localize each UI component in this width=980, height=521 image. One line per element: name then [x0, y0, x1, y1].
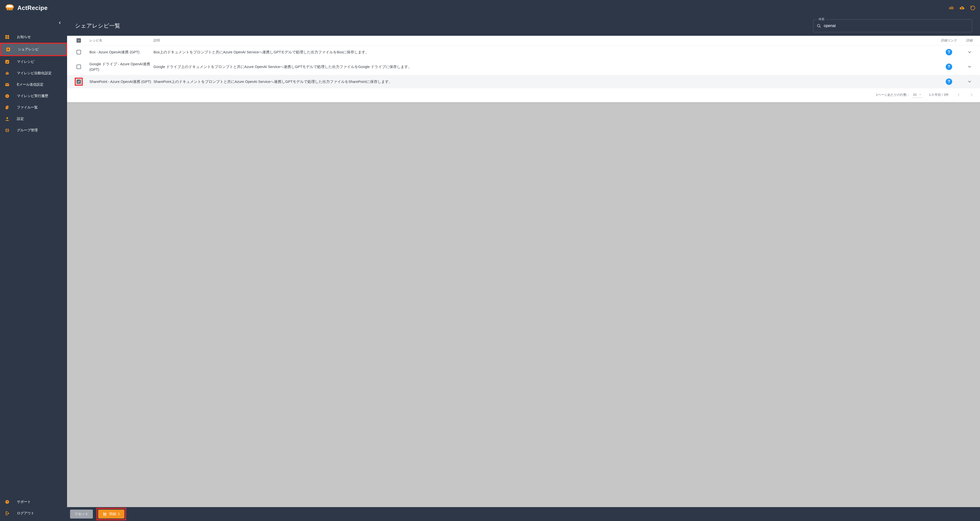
help-icon: ? — [5, 499, 10, 505]
sidebar-item-label: 設定 — [17, 117, 24, 121]
info-icon — [5, 93, 10, 99]
cell-desc: SharePoint上のドキュメントをプロンプトと共にAzure OpenAI … — [153, 79, 936, 84]
chef-hat-icon — [5, 4, 15, 12]
search-label: 検索 — [817, 17, 826, 21]
col-header-link: 詳細リンク — [938, 38, 960, 43]
app-name: ActRecipe — [18, 5, 48, 11]
svg-point-17 — [7, 95, 8, 95]
sidebar-collapse-button[interactable] — [0, 16, 67, 30]
globe-icon — [5, 127, 10, 133]
sidebar-item-label: お知らせ — [17, 35, 31, 39]
row-checkbox[interactable] — [76, 79, 81, 84]
svg-point-20 — [6, 117, 8, 119]
app-logo[interactable]: ActRecipe — [5, 4, 48, 12]
main-content: シェアレシピ一覧 検索 — [67, 16, 980, 521]
col-header-name: レシピ名 — [89, 38, 151, 43]
sidebar-item-groups[interactable]: グループ管理 — [0, 125, 67, 136]
app-header: ActRecipe ab — [0, 0, 980, 16]
rows-per-page-value: 20 — [913, 93, 916, 97]
detail-link-button[interactable]: ? — [946, 78, 952, 85]
search-field[interactable]: 検索 — [813, 19, 972, 32]
robot-icon — [5, 70, 10, 76]
page-title: シェアレシピ一覧 — [75, 22, 120, 30]
sidebar-item-label: ログアウト — [17, 511, 34, 516]
cell-name: Google ドライブ - Azure OpenAI連携 (GPT) — [89, 61, 151, 73]
search-icon — [816, 23, 821, 28]
cell-desc: Box上のドキュメントをプロンプトと共にAzure OpenAI Service… — [153, 49, 936, 55]
plus-square-icon — [5, 47, 11, 52]
sidebar-item-share[interactable]: シェアレシピ — [1, 44, 66, 55]
expand-row-button[interactable] — [962, 65, 977, 69]
dashboard-icon — [5, 34, 10, 40]
svg-rect-27 — [104, 514, 105, 516]
sidebar-item-mine[interactable]: マイレシピ — [0, 56, 67, 68]
expand-row-button[interactable] — [962, 50, 977, 54]
detail-link-button[interactable]: ? — [946, 49, 952, 56]
select-all-checkbox[interactable] — [76, 38, 81, 43]
sidebar-item-label: マイレシピ自動化設定 — [17, 71, 52, 75]
reset-button[interactable]: リセット — [70, 510, 93, 518]
expand-row-button[interactable] — [962, 79, 977, 84]
mail-icon — [5, 82, 10, 87]
svg-rect-25 — [78, 40, 80, 41]
recipe-table-card: レシピ名 説明 詳細リンク 詳細 Box - Azure OpenAI連携 (G… — [67, 36, 980, 102]
chevron-left-icon — [58, 21, 62, 25]
register-label: 登録: 1 — [109, 512, 120, 516]
refresh-icon[interactable] — [970, 5, 975, 11]
sidebar-item-label: マイレシピ実行履歴 — [17, 94, 48, 98]
svg-rect-10 — [6, 73, 9, 75]
sidebar-item-logout[interactable]: ログアウト — [0, 508, 67, 519]
sidebar-item-label: サポート — [17, 500, 31, 504]
sidebar-item-label: グループ管理 — [17, 128, 38, 133]
save-icon — [103, 512, 107, 516]
svg-point-2 — [8, 9, 9, 10]
table-row: SharePoint - Azure OpenAI連携 (GPT) ShareP… — [67, 75, 980, 88]
sidebar-item-email[interactable]: Eメール送信設定 — [0, 79, 67, 91]
sidebar: お知らせ シェアレシピ マイレシピ — [0, 16, 67, 521]
user-label[interactable]: ab — [949, 6, 954, 10]
svg-point-3 — [11, 9, 11, 10]
table-row: Google ドライブ - Azure OpenAI連携 (GPT) Googl… — [67, 59, 980, 75]
sidebar-item-news[interactable]: お知らせ — [0, 31, 67, 43]
sidebar-item-auto[interactable]: マイレシピ自動化設定 — [0, 68, 67, 79]
row-checkbox[interactable] — [76, 65, 81, 69]
svg-rect-1 — [7, 9, 13, 10]
reset-label: リセット — [75, 512, 88, 516]
next-page-button[interactable] — [969, 92, 975, 98]
svg-text:?: ? — [6, 500, 8, 504]
sidebar-item-label: シェアレシピ — [18, 47, 39, 52]
sidebar-item-settings[interactable]: 設定 — [0, 113, 67, 125]
page-header: シェアレシピ一覧 検索 — [67, 16, 980, 36]
sidebar-item-label: Eメール送信設定 — [17, 83, 43, 87]
cell-name: SharePoint - Azure OpenAI連携 (GPT) — [89, 79, 151, 84]
cell-desc: Google ドライブ上のドキュメントをプロンプトと共にAzure OpenAI… — [153, 64, 936, 70]
svg-point-12 — [7, 73, 8, 74]
table-row: Box - Azure OpenAI連携 (GPT) Box上のドキュメントをプ… — [67, 45, 980, 59]
logout-icon — [5, 511, 10, 516]
svg-rect-26 — [104, 512, 105, 513]
header-actions: ab — [949, 5, 975, 11]
svg-rect-6 — [5, 37, 7, 39]
cloud-upload-icon[interactable] — [959, 5, 965, 11]
pencil-icon — [5, 59, 10, 65]
sidebar-item-files[interactable]: ファイル一覧 — [0, 102, 67, 113]
row-checkbox[interactable] — [76, 50, 81, 54]
col-header-desc: 説明 — [153, 38, 936, 43]
search-input[interactable] — [824, 24, 969, 28]
table-header-row: レシピ名 説明 詳細リンク 詳細 — [67, 36, 980, 45]
sidebar-item-support[interactable]: ? サポート — [0, 496, 67, 508]
svg-rect-16 — [7, 95, 8, 97]
svg-rect-5 — [8, 35, 9, 37]
sidebar-item-label: マイレシピ — [17, 60, 34, 64]
person-icon — [5, 116, 10, 122]
cell-name: Box - Azure OpenAI連携 (GPT) — [89, 49, 151, 55]
col-header-detail: 詳細 — [962, 38, 977, 43]
register-button[interactable]: 登録: 1 — [98, 510, 124, 518]
prev-page-button[interactable] — [956, 92, 962, 98]
sidebar-item-history[interactable]: マイレシピ実行履歴 — [0, 91, 67, 102]
detail-link-button[interactable]: ? — [946, 64, 952, 70]
pagination-range: 1-3 件目 / 3件 — [929, 92, 949, 97]
sidebar-item-label: ファイル一覧 — [17, 105, 38, 110]
copy-icon — [5, 105, 10, 110]
rows-per-page-select[interactable]: 20 — [912, 92, 922, 98]
